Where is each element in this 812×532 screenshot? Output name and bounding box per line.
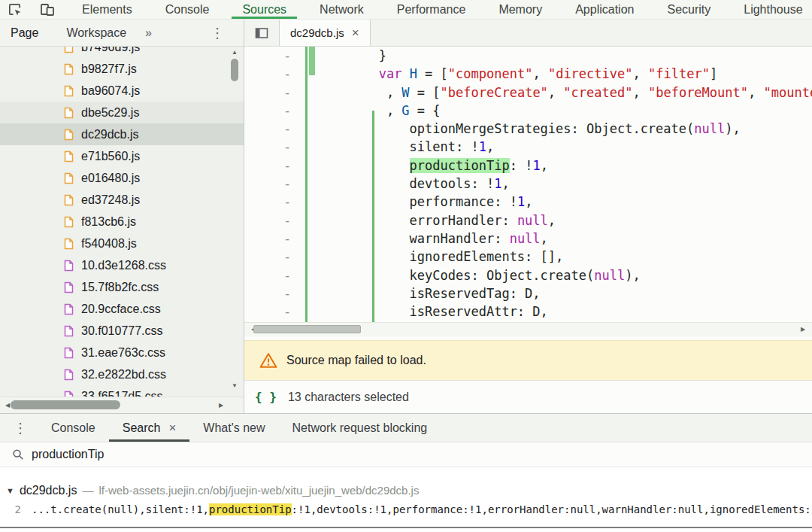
file-item-32-e2822bd-css[interactable]: 32.e2822bd.css (0, 363, 244, 385)
main-tab-lighthouse[interactable]: Lighthouse (727, 0, 812, 19)
main-tab-security[interactable]: Security (650, 0, 727, 19)
toggle-navigator-icon[interactable] (255, 27, 268, 39)
main-tab-application[interactable]: Application (559, 0, 650, 19)
file-icon (63, 260, 74, 272)
expand-arrow-icon[interactable]: ▼ (6, 486, 14, 495)
search-match-row[interactable]: 2 ...t.create(null),silent:!1,production… (0, 499, 812, 520)
file-list-horizontal-scrollbar[interactable]: ◀ ▶ (0, 397, 244, 413)
navigator-tab-workspace[interactable]: Workspace (66, 26, 126, 40)
drawer-tab-network-request-blocking[interactable]: Network request blocking (279, 414, 441, 442)
file-icon (63, 303, 74, 315)
gutter-marker[interactable]: - (244, 211, 325, 230)
file-item-b9827f7-js[interactable]: b9827f7.js (0, 58, 244, 80)
code-line[interactable]: - productionTip: !1, (244, 157, 812, 175)
main-tab-console[interactable]: Console (149, 0, 226, 19)
code-line[interactable]: - , W = ["beforeCreate", "created", "bef… (244, 84, 812, 102)
drawer-tab-search[interactable]: Search× (109, 414, 190, 442)
scroll-right-arrow[interactable]: ▶ (215, 401, 227, 410)
search-input[interactable]: productionTip (32, 448, 104, 461)
gutter-marker[interactable]: - (244, 84, 325, 102)
code-line[interactable]: - isReservedAttr: D, (244, 302, 812, 321)
main-tab-sources[interactable]: Sources (226, 0, 303, 19)
gutter-marker[interactable]: - (244, 102, 325, 120)
code-line[interactable]: - var H = ["component", "directive", "fi… (244, 65, 812, 83)
file-item-15-7f8b2fc-css[interactable]: 15.7f8b2fc.css (0, 276, 244, 298)
file-item-31-eae763c-css[interactable]: 31.eae763c.css (0, 342, 244, 363)
file-item-10-d3e1268-css[interactable]: 10.d3e1268.css (0, 254, 244, 276)
editor-pane: dc29dcb.js × - }- var H = ["component", … (244, 20, 812, 413)
file-item-30-f010777-css[interactable]: 30.f010777.css (0, 320, 244, 342)
navigator-tab-page[interactable]: Page (11, 26, 38, 40)
match-line-number: 2 (11, 503, 21, 515)
file-item-dbe5c29-js[interactable]: dbe5c29.js (0, 102, 244, 123)
file-icon (63, 281, 74, 293)
editor-horizontal-scrollbar[interactable]: ◀ ▶ (244, 322, 812, 336)
file-icon (63, 369, 74, 381)
code-line[interactable]: - } (244, 47, 812, 65)
search-result-file-header[interactable]: ▼ dc29dcb.js — lf-web-assets.juejin.cn/o… (0, 482, 812, 499)
gutter-marker[interactable]: - (244, 284, 325, 302)
code-line[interactable]: - errorHandler: null, (244, 211, 812, 230)
main-tab-network[interactable]: Network (303, 0, 380, 19)
gutter-marker[interactable]: - (244, 120, 325, 138)
main-tab-bar: ElementsConsoleSourcesNetworkPerformance… (65, 0, 812, 19)
main-tab-elements[interactable]: Elements (65, 0, 149, 19)
drawer-menu-icon[interactable]: ⋮ (14, 420, 27, 436)
search-bar[interactable]: productionTip (0, 442, 812, 467)
editor-tab-dc29dcb[interactable]: dc29dcb.js × (279, 20, 371, 46)
search-icon (12, 448, 24, 461)
horizontal-scrollbar-thumb[interactable] (11, 400, 120, 409)
code-line[interactable]: - , G = { (244, 102, 812, 120)
code-line[interactable]: - ignoredElements: [], (244, 248, 812, 266)
file-item-f813cb6-js[interactable]: f813cb6.js (0, 211, 244, 233)
code-text: devtools: !1, (325, 175, 510, 193)
coverage-bar (309, 47, 315, 75)
gutter-marker[interactable]: - (244, 175, 325, 193)
gutter-marker[interactable]: - (244, 138, 325, 156)
gutter-marker[interactable]: - (244, 266, 325, 284)
navigator-menu-icon[interactable]: ⋮ (211, 25, 235, 41)
gutter-marker[interactable]: - (244, 230, 325, 248)
vertical-scrollbar-thumb[interactable] (231, 59, 238, 81)
close-icon[interactable]: × (352, 26, 359, 39)
inspect-element-icon[interactable] (8, 2, 22, 17)
file-item-e71b560-js[interactable]: e71b560.js (0, 145, 244, 167)
navigator-header: Page Workspace » ⋮ (0, 20, 244, 47)
scroll-up-arrow[interactable]: ▲ (229, 48, 241, 57)
file-list-vertical-scrollbar[interactable]: ▲ ▼ (229, 48, 241, 391)
drawer-tab-label: Console (51, 421, 95, 435)
gutter-marker[interactable]: - (244, 248, 325, 266)
code-line[interactable]: - optionMergeStrategies: Object.create(n… (244, 120, 812, 138)
scroll-down-arrow[interactable]: ▼ (229, 382, 241, 391)
gutter-marker[interactable]: - (244, 193, 325, 211)
code-line[interactable]: - isReservedTag: D, (244, 284, 812, 302)
main-tab-memory[interactable]: Memory (482, 0, 559, 19)
file-item-ed37248-js[interactable]: ed37248.js (0, 189, 244, 211)
code-line[interactable]: - devtools: !1, (244, 175, 812, 193)
horizontal-scrollbar-thumb[interactable] (253, 325, 361, 333)
main-tab-performance[interactable]: Performance (380, 0, 483, 19)
code-line[interactable]: - silent: !1, (244, 138, 812, 156)
drawer-tab-label: Network request blocking (292, 421, 428, 435)
code-line[interactable]: - keyCodes: Object.create(null), (244, 266, 812, 284)
file-item-b7496d9-js[interactable]: b7496d9.js (0, 47, 244, 58)
pretty-print-icon[interactable]: { } (255, 390, 277, 404)
file-item-e016480-js[interactable]: e016480.js (0, 167, 244, 189)
warning-icon (259, 352, 277, 369)
code-line[interactable]: - performance: !1, (244, 193, 812, 211)
device-toolbar-icon[interactable] (40, 3, 55, 17)
close-icon[interactable]: × (168, 421, 176, 434)
scroll-right-arrow[interactable]: ▶ (797, 325, 809, 334)
file-item-20-9ccface-css[interactable]: 20.9ccface.css (0, 298, 244, 320)
file-item-ba96074-js[interactable]: ba96074.js (0, 80, 244, 102)
gutter-marker[interactable]: - (244, 157, 325, 175)
drawer-tab-what-s-new[interactable]: What's new (189, 414, 278, 442)
gutter-marker[interactable]: - (244, 302, 325, 321)
file-item-33-f6517d5-css[interactable]: 33.f6517d5.css (0, 385, 244, 397)
more-tabs-icon[interactable]: » (145, 26, 152, 40)
file-item-f540408-js[interactable]: f540408.js (0, 233, 244, 254)
drawer-tab-console[interactable]: Console (38, 414, 109, 442)
file-item-dc29dcb-js[interactable]: dc29dcb.js (0, 123, 244, 145)
code-editor[interactable]: - }- var H = ["component", "directive", … (244, 47, 812, 322)
code-line[interactable]: - warnHandler: null, (244, 230, 812, 248)
